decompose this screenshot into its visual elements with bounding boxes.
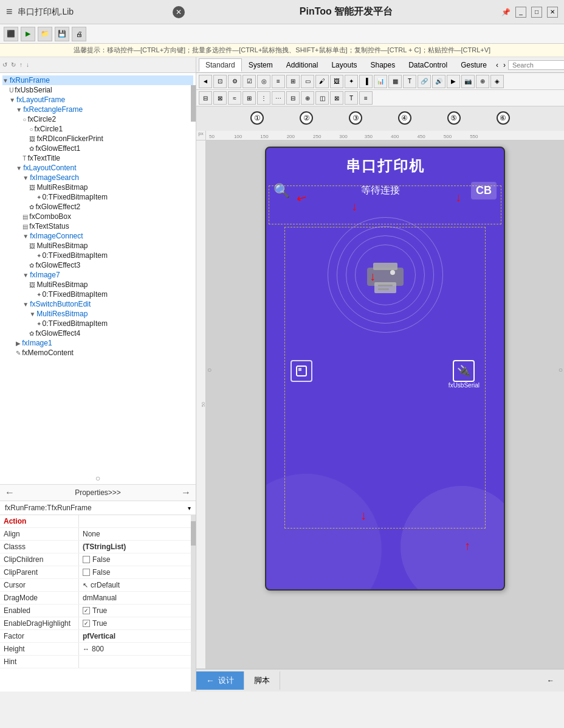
tree-item[interactable]: ▼fxRectangleFrame [2,105,193,114]
tb-camera-icon[interactable]: 📷 [461,75,475,88]
tb-link-icon[interactable]: 🔗 [418,75,431,88]
tb2-6-icon[interactable]: ⋯ [272,91,285,105]
maximize-button[interactable]: □ [531,7,542,18]
tb2-4-icon[interactable]: ⊞ [242,91,256,105]
props-scroll-thumb[interactable] [191,521,196,546]
tree-item[interactable]: ✦0:TFixedBitmapItem [2,319,193,328]
tree-item[interactable]: TfxTextTitle [2,153,193,163]
bottom-tab-design[interactable]: ← 设计 [196,671,244,690]
phone-app-title: 串口打印机 [266,148,504,179]
toolbar-open-button[interactable]: 📁 [38,27,52,41]
close-icon[interactable]: ✕ [173,6,185,18]
tb2-11-icon[interactable]: T [345,91,358,105]
tb-img-icon[interactable]: 🖼 [330,75,343,88]
nav-back-button[interactable]: ← [5,487,15,498]
tb-arrow-icon[interactable]: ◄ [199,75,212,88]
props-header[interactable]: fxRunFrame:TfxRunFrame ▾ [0,501,196,515]
tab-layouts[interactable]: Layouts [325,58,363,72]
props-scrollbar[interactable] [191,515,196,692]
tb-table-icon[interactable]: ⊞ [286,75,300,88]
tree-item[interactable]: ▼fxImage7 [2,270,193,280]
tb-cursor-icon[interactable]: ⊡ [213,75,227,88]
tb2-1-icon[interactable]: ⊟ [199,91,212,105]
search-input[interactable] [508,60,564,70]
tb-more2-icon[interactable]: ◈ [490,75,504,88]
bottom-tab-script[interactable]: 脚本 [244,671,280,690]
tree-item[interactable]: ▤fxTextStatus [2,221,193,231]
tab-shapes[interactable]: Shapes [363,58,402,72]
tb2-2-icon[interactable]: ⊠ [213,91,227,105]
tree-item[interactable]: ▼fxImageConnect [2,231,193,241]
tree-item[interactable]: 🖼MultiResBitmap [2,182,193,192]
phone-mockup: 串口打印机 🔍 等待连接 CB [265,147,505,591]
tb2-12-icon[interactable]: ≡ [359,91,373,105]
tree-item[interactable]: ✦0:TFixedBitmapItem [2,289,193,299]
tab-datacontrol[interactable]: DataControl [402,58,454,72]
tree-item[interactable]: ▼MultiResBitmap [2,309,193,319]
tb-list-icon[interactable]: ≡ [272,75,285,88]
tab-gesture[interactable]: Gesture [454,58,494,72]
tb-gear-icon[interactable]: ⚙ [228,75,241,88]
toolbar-new-button[interactable]: ⬛ [4,27,18,41]
tree-item[interactable]: ▼fxImageSearch [2,173,193,182]
tb-circle-icon[interactable]: ◎ [257,75,270,88]
left-toolbar-redo[interactable]: ↻ [11,61,16,68]
props-val: dmManual [79,592,120,604]
props-key: ClipChildren [0,553,79,566]
tb-audio-icon[interactable]: 🔊 [432,75,445,88]
toolbar-print-button[interactable]: 🖨 [72,27,86,41]
tree-item[interactable]: 🖼MultiResBitmap [2,241,193,251]
tb-grid-icon[interactable]: ▦ [388,75,402,88]
tree-item[interactable]: ▼fxLayoutContent [2,163,193,173]
tb-bar-icon[interactable]: ▐ [359,75,373,88]
tree-item[interactable]: ✎fxMemoContent [2,348,193,358]
tb2-5-icon[interactable]: ⋮ [257,91,270,105]
tree-item[interactable]: ▼fxSwitchButtonEdit [2,299,193,309]
tree-item[interactable]: ○fxCircle1 [2,124,193,134]
tree-item[interactable]: ✦0:TFixedBitmapItem [2,251,193,260]
tree-item[interactable]: 🖼fxRDIconFlickerPrint [2,134,193,144]
tree-item[interactable]: ✿fxGlowEffect2 [2,202,193,212]
tb2-8-icon[interactable]: ⊕ [301,91,314,105]
tree-item[interactable]: 🖼MultiResBitmap [2,280,193,289]
tb-chart-icon[interactable]: 📊 [374,75,387,88]
tb2-3-icon[interactable]: ≈ [228,91,241,105]
tree-item[interactable]: ▶fxImage1 [2,338,193,348]
tb-paint-icon[interactable]: 🖌 [315,75,329,88]
tb-check-icon[interactable]: ☑ [242,75,256,88]
arrow-3: ↓ [370,269,376,283]
tree-item[interactable]: ○fxCircle2 [2,114,193,124]
tb2-7-icon[interactable]: ⊟ [286,91,300,105]
design-canvas[interactable]: 50100150200250300350400450500550 ○ ○ 串口打… [206,131,564,668]
tree-item[interactable]: ✿fxGlowEffect1 [2,144,193,153]
tb2-10-icon[interactable]: ⊠ [330,91,343,105]
bottom-tab-right-icon[interactable]: ← [537,673,564,688]
tb-video-icon[interactable]: ▶ [447,75,460,88]
left-toolbar-up[interactable]: ↑ [19,61,22,68]
tb-text-icon[interactable]: T [403,75,416,88]
minimize-button[interactable]: _ [515,7,526,18]
left-toolbar-undo[interactable]: ↺ [2,61,7,68]
tb2-9-icon[interactable]: ◫ [315,91,329,105]
tb-rect-icon[interactable]: ▭ [301,75,314,88]
tree-item[interactable]: ▼fxRunFrame [2,75,193,85]
tree-scroll-indicator: ○ [0,472,196,484]
tree-item[interactable]: ✦0:TFixedBitmapItem [2,192,193,202]
tabs-more-arrow2[interactable]: › [501,61,508,69]
tree-item[interactable]: ▤fxComboBox [2,212,193,221]
nav-forward-button[interactable]: → [181,487,191,498]
tab-standard[interactable]: Standard [199,58,242,72]
tree-item[interactable]: UfxUsbSerial [2,85,193,95]
tab-additional[interactable]: Additional [280,58,325,72]
left-toolbar-down[interactable]: ↓ [26,61,29,68]
toolbar-save-button[interactable]: 💾 [55,27,69,41]
close-window-button[interactable]: ✕ [547,7,558,18]
tree-item[interactable]: ▼fxLayoutFrame [2,95,193,105]
toolbar-run-button[interactable]: ▶ [21,27,35,41]
tb-more1-icon[interactable]: ⊕ [476,75,489,88]
tree-item[interactable]: ✿fxGlowEffect3 [2,260,193,270]
tree-item[interactable]: ✿fxGlowEffect4 [2,328,193,338]
tab-system[interactable]: System [242,58,280,72]
tabs-more-arrow[interactable]: ‹ [494,61,501,69]
tb-star-icon[interactable]: ✦ [345,75,358,88]
